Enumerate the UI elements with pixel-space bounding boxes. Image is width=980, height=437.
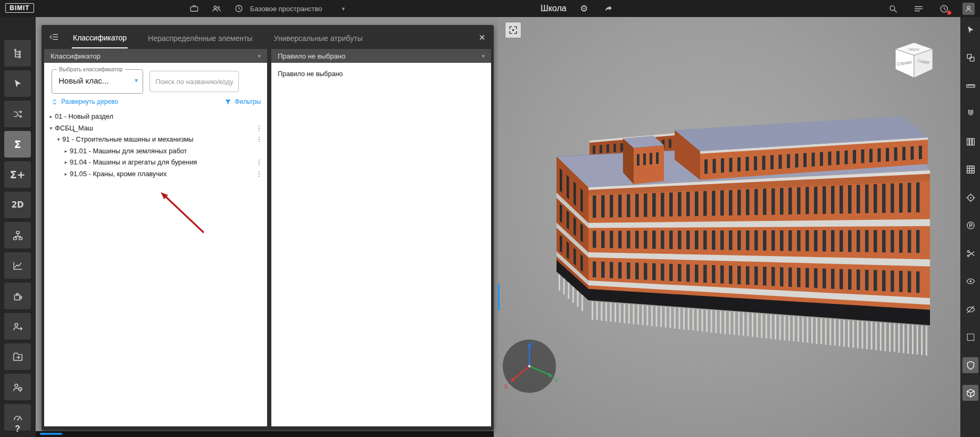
panel-resize-handle[interactable] [498,283,500,311]
sigma-icon: Σ [14,138,21,150]
classifier-column-body: Выбрать классификатор Новый клас... ▾ Ра… [44,63,267,426]
tab-classifier[interactable]: Классификатор [72,26,128,48]
right-toolbar [960,17,980,437]
sidebar-item-quantities[interactable]: Σ [4,131,31,158]
close-icon[interactable]: × [479,32,485,43]
user-avatar[interactable] [962,3,975,15]
search-icon[interactable] [886,2,900,15]
horizontal-scrollbar-thumb[interactable] [40,433,62,435]
filters-link[interactable]: Фильтры [224,98,261,106]
chart-icon [12,260,23,271]
help-button[interactable]: ? [7,420,28,434]
toolbar-show-button[interactable] [962,273,978,289]
chevron-down-icon: ▾ [258,53,261,60]
expand-arrow-icon[interactable]: ▸ [62,148,70,154]
toolbar-magnet-button[interactable] [962,105,978,121]
toolbar-section-button[interactable] [962,245,978,261]
toolbar-orbit-cube-button[interactable] [962,385,978,401]
classifier-column-header[interactable]: Классификатор ▾ [44,49,267,63]
share-icon[interactable] [602,2,616,15]
kebab-menu-icon[interactable]: ⋮ [255,158,263,166]
zoom-fit-button[interactable] [505,22,521,38]
toolbar-hide-button[interactable] [962,301,978,317]
view-cube[interactable]: Сверху Справа Сзади [885,36,943,85]
rule-column-header[interactable]: Правило не выбрано ▾ [271,49,491,63]
expand-tree-link[interactable]: Развернуть дерево [51,98,118,106]
panel-tab-bar: Классификатор Нераспределённые элементы … [41,25,494,49]
search-input[interactable] [150,71,239,92]
toolbar-measure-button[interactable] [962,78,978,94]
shuffle-icon [12,109,23,120]
project-briefcase-icon[interactable] [187,2,201,15]
tab-unassigned-elements[interactable]: Нераспределённые элементы [147,27,253,48]
collapse-panel-icon[interactable] [49,32,59,42]
expand-arrow-icon[interactable]: ▾ [55,136,62,142]
sidebar-item-plugins[interactable] [4,283,31,309]
toolbar-columns-button[interactable] [962,134,978,150]
history-clock-icon[interactable] [232,2,246,15]
classifier-panel: Классификатор Нераспределённые элементы … [41,25,494,431]
classifier-column: Классификатор ▾ Выбрать классификатор Но… [44,49,267,426]
annotation-arrow [151,183,214,241]
settings-gear-icon[interactable]: ⚙ [577,2,591,15]
circle-p-icon [966,220,976,230]
workspace-select[interactable]: Базовое пространство ▾ [250,0,345,17]
viewport-3d[interactable]: Сверху Справа Сзади z X Y [498,17,960,437]
toolbar-grid-button[interactable] [962,161,978,177]
tree-item[interactable]: ▸ 91.01 - Машины для земляных работ [44,145,267,157]
sidebar-item-quantities-add[interactable]: Σ+ [4,161,31,188]
eye-icon [966,276,976,286]
tree-item-label: 01 - Новый раздел [55,112,263,120]
sidebar-item-select-cursor[interactable] [4,70,31,97]
gizmo-x-label: X [504,384,508,390]
sidebar-item-drawings-2d[interactable]: 2D [4,192,31,218]
sidebar-item-user-location[interactable] [4,374,31,400]
tab-universal-attributes[interactable]: Универсальные атрибуты [272,27,363,48]
sidebar-item-structure[interactable] [4,222,31,249]
sidebar-item-model-tree[interactable] [4,40,31,67]
toolbar-frame-button[interactable] [962,329,978,345]
cube-icon [966,388,976,398]
tree-item[interactable]: ▸ 91.05 - Краны, кроме плавучих ⋮ [44,168,267,180]
toolbar-filter-shield-button[interactable] [962,357,978,373]
kebab-menu-icon[interactable]: ⋮ [255,124,263,132]
filter-icon [224,98,232,106]
tree-item[interactable]: ▾ 91 - Строительные машины и механизмы ⋮ [44,134,267,145]
tree-item-label: ФСБЦ_Маш [55,124,255,132]
kebab-menu-icon[interactable]: ⋮ [255,135,263,143]
collaboration-users-icon[interactable] [210,2,223,15]
kebab-menu-icon[interactable]: ⋮ [255,170,263,178]
expand-arrow-icon[interactable]: ▾ [47,125,55,131]
sidebar-item-connections[interactable] [4,101,31,127]
sidebar-item-charts[interactable] [4,252,31,279]
sidebar-item-team[interactable] [4,313,31,340]
toolbar-pointer-button[interactable] [962,22,978,38]
selection-frame-icon [966,332,976,342]
classifier-select[interactable]: Выбрать классификатор Новый клас... ▾ [52,69,143,94]
topbar-center: Школа ⚙ [541,0,616,17]
toolbar-target-button[interactable] [962,189,978,205]
toolbar-layers-button[interactable] [962,50,978,65]
tree-item[interactable]: ▸ 01 - Новый раздел [44,111,267,122]
navigation-gizmo[interactable]: z X Y [500,337,563,395]
tree-item-label: 91.01 - Машины для земляных работ [70,147,263,155]
horizontal-scrollbar-track [36,431,494,437]
toolbar-parking-button[interactable] [962,217,978,233]
menu-list-icon[interactable] [911,2,925,15]
rule-header-label: Правило не выбрано [278,52,345,60]
tree-item-label: 91 - Строительные машины и механизмы [62,135,255,143]
classifier-select-label: Выбрать классификатор [57,66,125,72]
target-icon [966,193,976,203]
tree-item-label: 91.05 - Краны, кроме плавучих [70,170,255,178]
expand-arrow-icon[interactable]: ▸ [62,159,70,165]
chevron-down-icon: ▾ [481,53,485,60]
expand-arrow-icon[interactable]: ▸ [47,113,55,119]
shield-icon [966,360,976,370]
tree-item[interactable]: ▸ 91.04 - Машины и агрегаты для бурения … [44,156,267,168]
workspace-select-value: Базовое пространство [250,5,322,13]
sidebar-item-export-model[interactable] [4,343,31,370]
tree-item-label: 91.04 - Машины и агрегаты для бурения [70,158,255,166]
account-status-icon[interactable] [937,2,951,15]
expand-arrow-icon[interactable]: ▸ [62,171,70,177]
tree-item[interactable]: ▾ ФСБЦ_Маш ⋮ [44,122,267,134]
